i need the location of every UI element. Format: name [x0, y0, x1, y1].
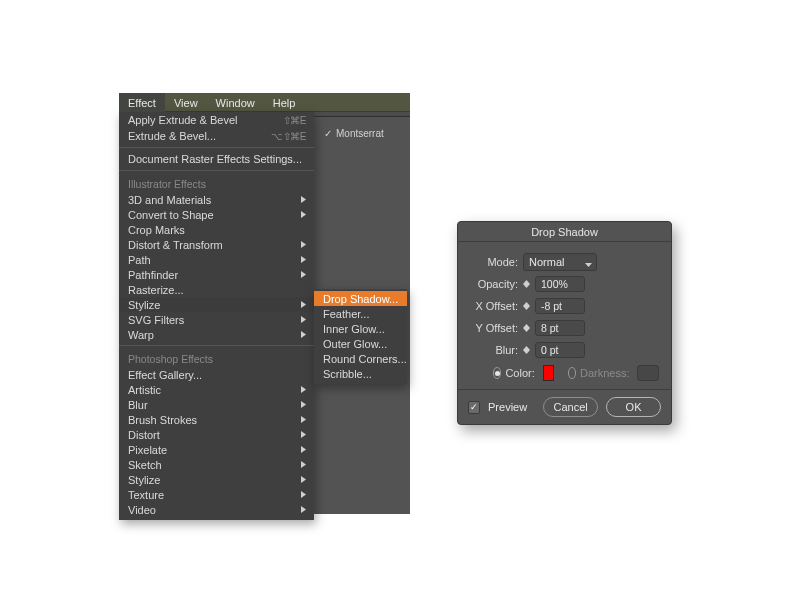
menu-apply-last[interactable]: Apply Extrude & Bevel ⇧⌘E: [119, 112, 314, 128]
color-label: Color:: [505, 367, 534, 379]
menu-item-label: Pixelate: [128, 444, 167, 456]
menu-item-label: Effect Gallery...: [128, 369, 202, 381]
menu-item[interactable]: Effect Gallery...: [119, 367, 314, 382]
blur-input[interactable]: 0 pt: [535, 342, 585, 358]
menu-item[interactable]: Stylize: [119, 297, 314, 312]
submenu-item[interactable]: Outer Glow...: [314, 336, 407, 351]
chevron-right-icon: [301, 271, 306, 278]
menu-item-label: Artistic: [128, 384, 161, 396]
chevron-right-icon: [301, 301, 306, 308]
submenu-item[interactable]: Drop Shadow...: [314, 291, 407, 306]
menu-item[interactable]: Pixelate: [119, 442, 314, 457]
menu-item-label: Texture: [128, 489, 164, 501]
menu-item[interactable]: 3D and Materials: [119, 192, 314, 207]
chevron-right-icon: [301, 506, 306, 513]
menu-item[interactable]: SVG Filters: [119, 312, 314, 327]
menubar: Effect View Window Help: [119, 93, 410, 112]
menu-item[interactable]: Convert to Shape: [119, 207, 314, 222]
menu-item-label: Stylize: [128, 474, 160, 486]
menu-raster-settings[interactable]: Document Raster Effects Settings...: [119, 151, 314, 167]
menu-item[interactable]: Distort & Transform: [119, 237, 314, 252]
blur-label: Blur:: [470, 344, 518, 356]
menu-item-label: Sketch: [128, 459, 162, 471]
submenu-item[interactable]: Round Corners...: [314, 351, 407, 366]
darkness-label: Darkness:: [580, 367, 630, 379]
mode-select[interactable]: Normal: [523, 253, 597, 271]
menu-window[interactable]: Window: [207, 93, 264, 112]
menu-item[interactable]: Artistic: [119, 382, 314, 397]
menu-effect[interactable]: Effect: [119, 93, 165, 112]
darkness-radio[interactable]: [568, 367, 576, 379]
menu-item[interactable]: Video: [119, 502, 314, 517]
color-radio[interactable]: [493, 367, 501, 379]
chevron-right-icon: [301, 491, 306, 498]
menu-item-label: Rasterize...: [128, 284, 184, 296]
menu-divider: [119, 147, 314, 148]
opacity-label: Opacity:: [470, 278, 518, 290]
section-photoshop: Photoshop Effects: [119, 349, 314, 367]
menu-item-label: Stylize: [128, 299, 160, 311]
dialog-title: Drop Shadow: [458, 222, 671, 242]
xoffset-stepper[interactable]: [523, 298, 533, 314]
menu-item[interactable]: Texture: [119, 487, 314, 502]
menu-help[interactable]: Help: [264, 93, 305, 112]
ok-button[interactable]: OK: [606, 397, 661, 417]
chevron-right-icon: [301, 431, 306, 438]
menu-item-label: Brush Strokes: [128, 414, 197, 426]
menu-last-effect[interactable]: Extrude & Bevel... ⌥⇧⌘E: [119, 128, 314, 144]
menu-item[interactable]: Blur: [119, 397, 314, 412]
preview-checkbox[interactable]: ✓: [468, 401, 480, 414]
menu-item[interactable]: Stylize: [119, 472, 314, 487]
menu-view[interactable]: View: [165, 93, 207, 112]
submenu-item[interactable]: Feather...: [314, 306, 407, 321]
menu-item-label: Warp: [128, 329, 154, 341]
drop-shadow-dialog: Drop Shadow Mode: Normal Opacity: 100%: [457, 221, 672, 425]
preview-label: Preview: [488, 401, 527, 413]
chevron-right-icon: [301, 211, 306, 218]
chevron-right-icon: [301, 196, 306, 203]
chevron-right-icon: [301, 331, 306, 338]
menu-divider: [119, 170, 314, 171]
chevron-right-icon: [301, 316, 306, 323]
menu-item-label: Video: [128, 504, 156, 516]
menu-divider: [119, 345, 314, 346]
submenu-item[interactable]: Inner Glow...: [314, 321, 407, 336]
section-illustrator: Illustrator Effects: [119, 174, 314, 192]
chevron-right-icon: [301, 241, 306, 248]
menu-item[interactable]: Path: [119, 252, 314, 267]
chevron-down-icon: [585, 258, 592, 270]
chevron-right-icon: [301, 386, 306, 393]
menu-item-label: Distort & Transform: [128, 239, 223, 251]
darkness-input: [637, 365, 659, 381]
chevron-right-icon: [301, 401, 306, 408]
opacity-stepper[interactable]: [523, 276, 533, 292]
menu-item[interactable]: Brush Strokes: [119, 412, 314, 427]
color-swatch[interactable]: [543, 365, 554, 381]
menu-item-label: Pathfinder: [128, 269, 178, 281]
submenu-item[interactable]: Scribble...: [314, 366, 407, 381]
menu-item[interactable]: Distort: [119, 427, 314, 442]
menu-item-label: Distort: [128, 429, 160, 441]
shortcut-label: ⇧⌘E: [283, 115, 306, 126]
shortcut-label: ⌥⇧⌘E: [271, 131, 306, 142]
yoffset-stepper[interactable]: [523, 320, 533, 336]
menu-item-label: Crop Marks: [128, 224, 185, 236]
chevron-right-icon: [301, 256, 306, 263]
chevron-right-icon: [301, 476, 306, 483]
opacity-input[interactable]: 100%: [535, 276, 585, 292]
yoffset-input[interactable]: 8 pt: [535, 320, 585, 336]
menu-item[interactable]: Crop Marks: [119, 222, 314, 237]
menu-item[interactable]: Rasterize...: [119, 282, 314, 297]
yoffset-label: Y Offset:: [470, 322, 518, 334]
menu-item[interactable]: Warp: [119, 327, 314, 342]
blur-stepper[interactable]: [523, 342, 533, 358]
cancel-button[interactable]: Cancel: [543, 397, 598, 417]
menu-item-label: Convert to Shape: [128, 209, 214, 221]
menu-item-label: 3D and Materials: [128, 194, 211, 206]
xoffset-input[interactable]: -8 pt: [535, 298, 585, 314]
stylize-submenu: Drop Shadow...Feather...Inner Glow...Out…: [314, 289, 407, 384]
chevron-right-icon: [301, 461, 306, 468]
menu-item[interactable]: Pathfinder: [119, 267, 314, 282]
chevron-right-icon: [301, 416, 306, 423]
menu-item[interactable]: Sketch: [119, 457, 314, 472]
